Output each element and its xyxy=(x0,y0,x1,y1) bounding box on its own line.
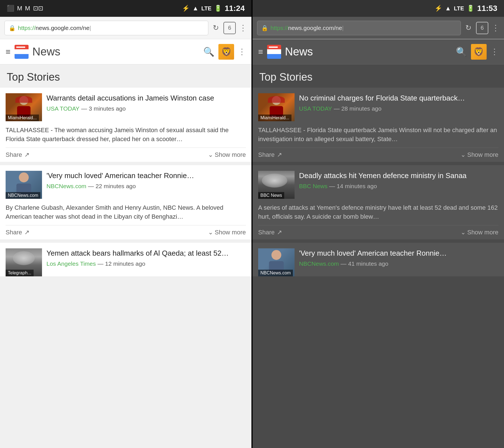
google-news-logo-right xyxy=(267,45,281,59)
tab-count-left[interactable]: 6 xyxy=(223,22,236,34)
profile-pic-left[interactable]: 🦁 xyxy=(218,44,234,60)
lte-icon-right: LTE xyxy=(454,5,464,12)
thumb-source-2-left: NBCNews.com xyxy=(6,192,40,199)
card-meta-3-right: NBCNews.com — 41 minutes ago xyxy=(299,260,498,267)
content-area-right: Top Stories MiamiHerald... No criminal c… xyxy=(253,64,504,448)
card-body-2-right: A series of attacks at Yemen's defence m… xyxy=(258,203,498,221)
share-label-1-left: Share xyxy=(6,151,22,158)
card-body-2-left: By Charlene Gubash, Alexander Smith and … xyxy=(6,203,246,221)
card-meta-1-right: USA TODAY — 28 minutes ago xyxy=(299,105,498,112)
share-label-2-right: Share xyxy=(258,229,275,236)
news-card-3-right[interactable]: NBCNews.com 'Very much loved' American t… xyxy=(253,243,504,276)
search-icon-right[interactable]: 🔍 xyxy=(456,46,467,57)
show-more-button-1-left[interactable]: ⌄ Show more xyxy=(208,151,246,158)
google-news-logo-left xyxy=(15,45,29,59)
card-text-2-left: 'Very much loved' American teacher Ronni… xyxy=(46,171,246,199)
header-menu-right[interactable]: ⋮ xyxy=(491,47,498,56)
source-name-1-left: USA TODAY xyxy=(46,105,80,112)
card-body-1-right: TALLAHASSEE - Florida State quarterback … xyxy=(258,126,498,144)
separator-1-left: — xyxy=(81,105,87,112)
time-ago-1-right: 28 minutes ago xyxy=(341,105,382,112)
share-arrow-icon-1-left: ↗ xyxy=(24,151,29,158)
card-thumb-1-right: MiamiHerald... xyxy=(258,93,295,121)
app-title-left: News xyxy=(32,45,199,58)
share-arrow-icon-1-right: ↗ xyxy=(277,151,282,158)
card-meta-3-left: Los Angeles Times — 12 minutes ago xyxy=(46,260,246,267)
reload-button-left[interactable]: ↻ xyxy=(212,22,220,33)
news-card-1-right[interactable]: MiamiHerald... No criminal charges for F… xyxy=(253,88,504,162)
news-card-3-left[interactable]: Telegraph... Yemen attack bears hallmark… xyxy=(0,243,251,276)
bluetooth-icon-right: ⚡ xyxy=(435,5,442,12)
header-menu-left[interactable]: ⋮ xyxy=(238,47,246,56)
url-box-left[interactable]: 🔒 https://news.google.com/ne| xyxy=(4,21,208,35)
profile-pic-right[interactable]: 🦁 xyxy=(471,44,487,60)
hamburger-menu-left[interactable]: ≡ xyxy=(6,47,11,57)
chevron-icon-1-right: ⌄ xyxy=(461,151,466,158)
tab-count-right[interactable]: 6 xyxy=(476,22,488,34)
status-icons-right: ⚡ ▲ LTE 🔋 11:24 xyxy=(182,4,245,13)
chevron-icon-2-left: ⌄ xyxy=(208,229,213,236)
time-ago-2-left: 22 minutes ago xyxy=(95,183,136,190)
reload-button-right[interactable]: ↻ xyxy=(464,22,473,33)
status-icons-right-right: ⚡ ▲ LTE 🔋 11:53 xyxy=(435,4,497,13)
card-headline-1-left: Warrants detail accusations in Jameis Wi… xyxy=(46,93,246,103)
status-time-left: 11:24 xyxy=(225,4,245,13)
card-actions-1-left: Share ↗ ⌄ Show more xyxy=(6,148,246,162)
status-bar-right: ⚡ ▲ LTE 🔋 11:53 xyxy=(253,0,504,17)
card-thumb-3-right: NBCNews.com xyxy=(258,248,295,276)
card-text-1-right: No criminal charges for Florida State qu… xyxy=(299,93,498,121)
right-phone-panel: ⚡ ▲ LTE 🔋 11:53 🔒 https://news.google.co… xyxy=(253,0,504,448)
separator-2-right: — xyxy=(329,183,335,190)
share-button-2-left[interactable]: Share ↗ xyxy=(6,229,29,236)
battery-icon: 🔋 xyxy=(214,5,222,12)
thumb-source-1-left: MiamiHerald... xyxy=(6,115,39,121)
card-headline-3-left: Yemen attack bears hallmarks of Al Qaeda… xyxy=(46,248,246,258)
url-box-right[interactable]: 🔒 https://news.google.com/ne| xyxy=(257,21,461,35)
browser-menu-left[interactable]: ⋮ xyxy=(239,23,247,32)
browser-menu-right[interactable]: ⋮ xyxy=(492,23,500,32)
card-text-1-left: Warrants detail accusations in Jameis Wi… xyxy=(46,93,246,121)
card-thumb-2-right: BBC News xyxy=(258,171,295,199)
show-more-button-1-right[interactable]: ⌄ Show more xyxy=(461,151,498,158)
bluetooth-icon: ⚡ xyxy=(182,5,190,12)
thumb-source-3-right: NBCNews.com xyxy=(258,270,293,276)
app-header-left: ≡ News 🔍 🦁 ⋮ xyxy=(0,39,251,64)
hamburger-menu-right[interactable]: ≡ xyxy=(258,47,263,57)
time-ago-2-right: 14 minutes ago xyxy=(337,183,377,190)
browser-bar-left: 🔒 https://news.google.com/ne| ↻ 6 ⋮ xyxy=(0,17,251,39)
search-icon-left[interactable]: 🔍 xyxy=(203,46,214,57)
app-header-right: ≡ News 🔍 🦁 ⋮ xyxy=(253,39,504,64)
card-thumb-2-left: NBCNews.com xyxy=(6,171,42,199)
lte-icon: LTE xyxy=(201,5,211,12)
separator-1-right: — xyxy=(334,105,340,112)
card-actions-1-right: Share ↗ ⌄ Show more xyxy=(258,148,498,162)
time-ago-3-left: 12 minutes ago xyxy=(105,260,145,267)
share-button-1-left[interactable]: Share ↗ xyxy=(6,151,29,158)
show-more-button-2-left[interactable]: ⌄ Show more xyxy=(208,229,246,236)
chevron-icon-1-left: ⌄ xyxy=(208,151,213,158)
news-card-1-left[interactable]: MiamiHerald... Warrants detail accusatio… xyxy=(0,88,251,162)
left-phone-panel: ⬛ M M ⊡⊡ ⚡ ▲ LTE 🔋 11:24 🔒 https://news.… xyxy=(0,0,251,448)
card-meta-2-right: BBC News — 14 minutes ago xyxy=(299,183,498,190)
show-more-button-2-right[interactable]: ⌄ Show more xyxy=(461,229,498,236)
separator-2-left: — xyxy=(88,183,94,190)
card-top-1-left: MiamiHerald... Warrants detail accusatio… xyxy=(6,93,246,121)
thumb-source-2-right: BBC News xyxy=(258,192,284,199)
source-name-1-right: USA TODAY xyxy=(299,105,332,112)
news-card-2-left[interactable]: NBCNews.com 'Very much loved' American t… xyxy=(0,165,251,239)
screenshot-icon: ⬛ xyxy=(7,5,14,12)
source-name-3-left: Los Angeles Times xyxy=(46,260,96,267)
share-button-2-right[interactable]: Share ↗ xyxy=(258,229,282,236)
separator-3-right: — xyxy=(340,260,346,267)
share-button-1-right[interactable]: Share ↗ xyxy=(258,151,282,158)
card-headline-3-right: 'Very much loved' American teacher Ronni… xyxy=(299,248,498,258)
voicemail-icon: ⊡⊡ xyxy=(33,5,43,12)
card-thumb-1-left: MiamiHerald... xyxy=(6,93,42,121)
show-more-label-2-left: Show more xyxy=(215,229,246,236)
card-text-3-right: 'Very much loved' American teacher Ronni… xyxy=(299,248,498,276)
time-ago-1-left: 3 minutes ago xyxy=(89,105,126,112)
card-headline-2-right: Deadly attacks hit Yemen defence ministr… xyxy=(299,171,498,181)
card-actions-2-left: Share ↗ ⌄ Show more xyxy=(6,225,246,239)
news-card-2-right[interactable]: BBC News Deadly attacks hit Yemen defenc… xyxy=(253,165,504,239)
source-name-3-right: NBCNews.com xyxy=(299,260,339,267)
